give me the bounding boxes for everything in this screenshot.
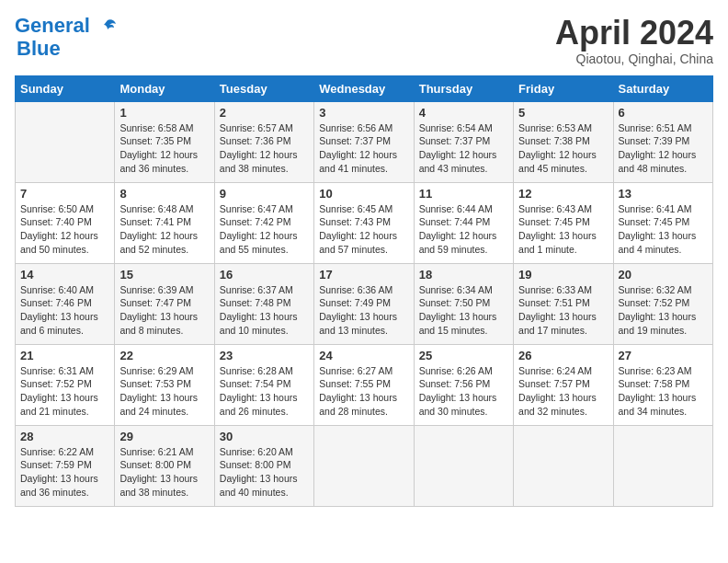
day-info: Sunrise: 6:21 AMSunset: 8:00 PMDaylight:… xyxy=(119,445,209,500)
calendar-cell xyxy=(613,425,712,506)
day-info: Sunrise: 6:53 AMSunset: 7:38 PMDaylight:… xyxy=(518,121,608,176)
header-day-thursday: Thursday xyxy=(414,75,513,101)
day-number: 1 xyxy=(119,106,209,120)
day-info: Sunrise: 6:40 AMSunset: 7:46 PMDaylight:… xyxy=(20,283,109,338)
day-info: Sunrise: 6:44 AMSunset: 7:44 PMDaylight:… xyxy=(419,202,508,257)
calendar-cell: 2Sunrise: 6:57 AMSunset: 7:36 PMDaylight… xyxy=(214,101,313,182)
day-info: Sunrise: 6:41 AMSunset: 7:45 PMDaylight:… xyxy=(619,202,708,257)
day-info: Sunrise: 6:32 AMSunset: 7:52 PMDaylight:… xyxy=(619,283,708,338)
day-info: Sunrise: 6:47 AMSunset: 7:42 PMDaylight:… xyxy=(220,202,309,257)
header-day-tuesday: Tuesday xyxy=(214,75,313,101)
day-number: 6 xyxy=(619,106,708,120)
day-number: 16 xyxy=(220,268,309,282)
day-info: Sunrise: 6:20 AMSunset: 8:00 PMDaylight:… xyxy=(220,445,309,500)
day-info: Sunrise: 6:22 AMSunset: 7:59 PMDaylight:… xyxy=(20,445,109,500)
day-info: Sunrise: 6:34 AMSunset: 7:50 PMDaylight:… xyxy=(419,283,508,338)
day-number: 14 xyxy=(20,268,109,282)
calendar-cell xyxy=(16,101,115,182)
day-info: Sunrise: 6:57 AMSunset: 7:36 PMDaylight:… xyxy=(220,121,309,176)
header-day-sunday: Sunday xyxy=(16,75,115,101)
calendar-cell: 21Sunrise: 6:31 AMSunset: 7:52 PMDayligh… xyxy=(16,344,115,425)
day-info: Sunrise: 6:26 AMSunset: 7:56 PMDaylight:… xyxy=(419,364,508,419)
day-info: Sunrise: 6:24 AMSunset: 7:57 PMDaylight:… xyxy=(518,364,608,419)
day-number: 3 xyxy=(319,106,408,120)
calendar-cell: 15Sunrise: 6:39 AMSunset: 7:47 PMDayligh… xyxy=(115,263,214,344)
calendar-cell: 10Sunrise: 6:45 AMSunset: 7:43 PMDayligh… xyxy=(314,182,414,263)
week-row-3: 14Sunrise: 6:40 AMSunset: 7:46 PMDayligh… xyxy=(16,263,713,344)
day-number: 5 xyxy=(518,106,608,120)
day-info: Sunrise: 6:29 AMSunset: 7:53 PMDaylight:… xyxy=(119,364,209,419)
day-info: Sunrise: 6:56 AMSunset: 7:37 PMDaylight:… xyxy=(319,121,408,176)
calendar-cell: 14Sunrise: 6:40 AMSunset: 7:46 PMDayligh… xyxy=(16,263,115,344)
calendar-cell: 11Sunrise: 6:44 AMSunset: 7:44 PMDayligh… xyxy=(414,182,513,263)
logo: General Blue xyxy=(15,15,118,61)
calendar-cell: 25Sunrise: 6:26 AMSunset: 7:56 PMDayligh… xyxy=(414,344,513,425)
week-row-2: 7Sunrise: 6:50 AMSunset: 7:40 PMDaylight… xyxy=(16,182,713,263)
week-row-5: 28Sunrise: 6:22 AMSunset: 7:59 PMDayligh… xyxy=(16,425,713,506)
day-number: 17 xyxy=(319,268,408,282)
day-number: 10 xyxy=(319,187,408,201)
logo-blue-text: Blue xyxy=(17,37,61,61)
header-day-friday: Friday xyxy=(514,75,613,101)
calendar-cell: 18Sunrise: 6:34 AMSunset: 7:50 PMDayligh… xyxy=(414,263,513,344)
day-number: 26 xyxy=(518,349,608,362)
day-number: 7 xyxy=(20,187,109,201)
day-number: 30 xyxy=(220,430,309,443)
header-row: SundayMondayTuesdayWednesdayThursdayFrid… xyxy=(16,75,713,101)
header-day-wednesday: Wednesday xyxy=(314,75,414,101)
day-number: 27 xyxy=(619,349,708,362)
day-info: Sunrise: 6:48 AMSunset: 7:41 PMDaylight:… xyxy=(119,202,209,257)
day-info: Sunrise: 6:50 AMSunset: 7:40 PMDaylight:… xyxy=(20,202,109,257)
calendar-cell: 20Sunrise: 6:32 AMSunset: 7:52 PMDayligh… xyxy=(613,263,712,344)
calendar-cell: 28Sunrise: 6:22 AMSunset: 7:59 PMDayligh… xyxy=(16,425,115,506)
day-info: Sunrise: 6:27 AMSunset: 7:55 PMDaylight:… xyxy=(319,364,408,419)
day-number: 29 xyxy=(119,430,209,443)
day-number: 11 xyxy=(419,187,508,201)
calendar-cell: 13Sunrise: 6:41 AMSunset: 7:45 PMDayligh… xyxy=(613,182,712,263)
day-info: Sunrise: 6:58 AMSunset: 7:35 PMDaylight:… xyxy=(119,121,209,176)
day-number: 2 xyxy=(220,106,309,120)
day-info: Sunrise: 6:45 AMSunset: 7:43 PMDaylight:… xyxy=(319,202,408,257)
day-number: 12 xyxy=(518,187,608,201)
day-number: 23 xyxy=(220,349,309,362)
day-info: Sunrise: 6:54 AMSunset: 7:37 PMDaylight:… xyxy=(419,121,508,176)
month-title: April 2024 xyxy=(555,15,713,52)
calendar-cell: 22Sunrise: 6:29 AMSunset: 7:53 PMDayligh… xyxy=(115,344,214,425)
logo-bird-icon xyxy=(97,17,118,37)
day-number: 20 xyxy=(619,268,708,282)
week-row-1: 1Sunrise: 6:58 AMSunset: 7:35 PMDaylight… xyxy=(16,101,713,182)
day-info: Sunrise: 6:43 AMSunset: 7:45 PMDaylight:… xyxy=(518,202,608,257)
calendar-cell: 3Sunrise: 6:56 AMSunset: 7:37 PMDaylight… xyxy=(314,101,414,182)
day-info: Sunrise: 6:33 AMSunset: 7:51 PMDaylight:… xyxy=(518,283,608,338)
calendar-cell: 16Sunrise: 6:37 AMSunset: 7:48 PMDayligh… xyxy=(214,263,313,344)
day-number: 28 xyxy=(20,430,109,443)
logo-general: General xyxy=(15,14,90,37)
day-number: 9 xyxy=(220,187,309,201)
day-info: Sunrise: 6:36 AMSunset: 7:49 PMDaylight:… xyxy=(319,283,408,338)
day-number: 4 xyxy=(419,106,508,120)
day-number: 19 xyxy=(518,268,608,282)
calendar-cell: 19Sunrise: 6:33 AMSunset: 7:51 PMDayligh… xyxy=(514,263,613,344)
day-number: 25 xyxy=(419,349,508,362)
day-number: 8 xyxy=(119,187,209,201)
location: Qiaotou, Qinghai, China xyxy=(555,52,713,66)
week-row-4: 21Sunrise: 6:31 AMSunset: 7:52 PMDayligh… xyxy=(16,344,713,425)
day-info: Sunrise: 6:37 AMSunset: 7:48 PMDaylight:… xyxy=(220,283,309,338)
calendar-cell: 5Sunrise: 6:53 AMSunset: 7:38 PMDaylight… xyxy=(514,101,613,182)
calendar-cell: 9Sunrise: 6:47 AMSunset: 7:42 PMDaylight… xyxy=(214,182,313,263)
header-day-saturday: Saturday xyxy=(613,75,712,101)
calendar-cell: 24Sunrise: 6:27 AMSunset: 7:55 PMDayligh… xyxy=(314,344,414,425)
calendar-cell: 26Sunrise: 6:24 AMSunset: 7:57 PMDayligh… xyxy=(514,344,613,425)
day-number: 15 xyxy=(119,268,209,282)
calendar-cell: 7Sunrise: 6:50 AMSunset: 7:40 PMDaylight… xyxy=(16,182,115,263)
calendar-cell: 6Sunrise: 6:51 AMSunset: 7:39 PMDaylight… xyxy=(613,101,712,182)
calendar-table: SundayMondayTuesdayWednesdayThursdayFrid… xyxy=(15,75,713,507)
title-area: April 2024 Qiaotou, Qinghai, China xyxy=(555,15,713,66)
calendar-cell: 12Sunrise: 6:43 AMSunset: 7:45 PMDayligh… xyxy=(514,182,613,263)
calendar-cell xyxy=(414,425,513,506)
calendar-cell: 1Sunrise: 6:58 AMSunset: 7:35 PMDaylight… xyxy=(115,101,214,182)
day-number: 13 xyxy=(619,187,708,201)
calendar-cell: 23Sunrise: 6:28 AMSunset: 7:54 PMDayligh… xyxy=(214,344,313,425)
day-number: 18 xyxy=(419,268,508,282)
calendar-cell: 27Sunrise: 6:23 AMSunset: 7:58 PMDayligh… xyxy=(613,344,712,425)
